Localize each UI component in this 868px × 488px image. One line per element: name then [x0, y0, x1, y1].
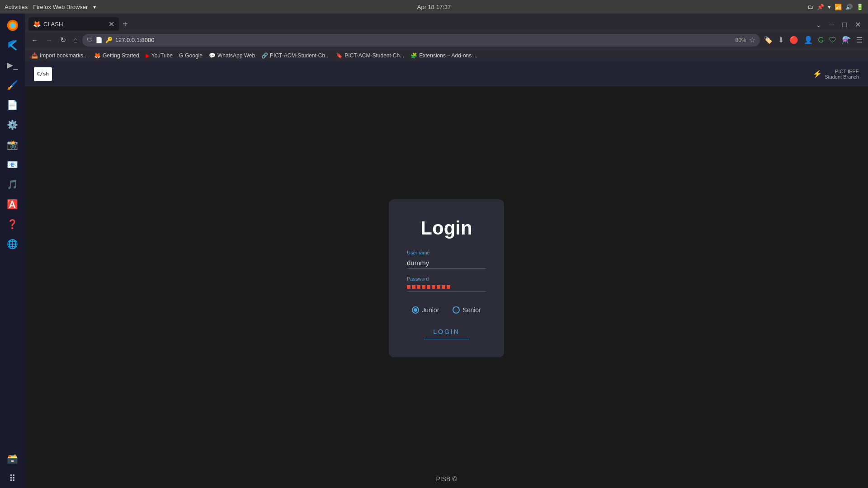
- home-button[interactable]: ⌂: [71, 34, 80, 46]
- google-icon: G: [179, 52, 183, 59]
- sidebar-item-settings[interactable]: ⚙️: [3, 115, 22, 134]
- tab-bar: 🦊 CLASH ✕ + ⌄ ─ □ ✕: [25, 14, 868, 31]
- bookmark-youtube[interactable]: ▶ YouTube: [143, 52, 175, 60]
- radio-senior-text: Senior: [462, 306, 481, 314]
- firefox-label[interactable]: Firefox Web Browser: [33, 4, 88, 10]
- window-close-button[interactable]: ✕: [851, 19, 864, 30]
- svg-point-2: [10, 23, 15, 28]
- activities-label[interactable]: Activities: [5, 4, 28, 10]
- bookmark-getting-started[interactable]: 🦊 Getting Started: [91, 52, 142, 60]
- tab-close-button[interactable]: ✕: [108, 20, 114, 28]
- sidebar-item-screenshot[interactable]: 📸: [3, 135, 22, 154]
- bookmark-whatsapp-label: WhatsApp Web: [217, 52, 255, 59]
- new-tab-button[interactable]: +: [120, 17, 131, 31]
- zoom-badge[interactable]: 80%: [736, 37, 746, 43]
- security-icon: 🛡: [87, 37, 93, 43]
- volume-icon[interactable]: 🔊: [845, 4, 853, 10]
- wifi-icon[interactable]: 📶: [835, 4, 842, 10]
- bookmark-pict-acm-2-label: PICT-ACM-Student-Ch...: [344, 52, 404, 59]
- forward-button[interactable]: →: [43, 34, 56, 46]
- dropdown-icon2[interactable]: ▾: [828, 4, 831, 10]
- pwd-dot-5: [427, 285, 430, 289]
- os-topbar-left: Activities Firefox Web Browser ▾: [5, 4, 96, 10]
- sidebar-item-files[interactable]: 🗃️: [3, 449, 22, 468]
- profile-button[interactable]: 👤: [802, 34, 815, 46]
- radio-senior[interactable]: [453, 306, 460, 314]
- files-icon[interactable]: 🗂: [807, 4, 813, 10]
- sidebar-item-notes[interactable]: 📄: [3, 95, 22, 114]
- sidebar-item-appstore[interactable]: 🅰️: [3, 195, 22, 214]
- menu-button[interactable]: ☰: [854, 34, 864, 46]
- sidebar-item-firefox[interactable]: [3, 16, 22, 35]
- tab-list-button[interactable]: ⌄: [814, 20, 824, 29]
- sidebar-item-apps[interactable]: ⠿: [3, 469, 22, 488]
- radio-senior-label[interactable]: Senior: [453, 306, 481, 314]
- address-bar[interactable]: 🛡 📄 🔑 127.0.0.1:8000 80% ☆: [82, 34, 760, 47]
- bookmark-whatsapp[interactable]: 💬 WhatsApp Web: [206, 52, 258, 60]
- sidebar-item-paint[interactable]: 🖌️: [3, 75, 22, 94]
- login-title: Login: [420, 217, 472, 239]
- download-button[interactable]: ⬇: [776, 34, 786, 46]
- login-card: Login Username Password: [389, 199, 504, 357]
- import-icon: 📥: [31, 52, 38, 59]
- extension-red-button[interactable]: 🔴: [788, 34, 800, 46]
- bookmark-import-label: Import bookmarks...: [40, 52, 88, 59]
- radio-junior[interactable]: [412, 306, 419, 314]
- sidebar-item-media[interactable]: 🎵: [3, 175, 22, 194]
- sidebar-item-help[interactable]: ❓: [3, 215, 22, 234]
- sidebar-item-terminal[interactable]: ▶_: [3, 56, 22, 75]
- password-field-wrapper: [407, 283, 486, 292]
- bookmark-extensions[interactable]: 🧩 Extensions – Add-ons ...: [408, 52, 480, 60]
- bookmark-pict-acm-1[interactable]: 🔗 PICT-ACM-Student-Ch...: [259, 52, 332, 60]
- window-controls: ─ □ ✕: [826, 19, 864, 30]
- bookmark-youtube-label: YouTube: [151, 52, 173, 59]
- os-topbar: Activities Firefox Web Browser ▾ Apr 18 …: [0, 0, 868, 14]
- radio-junior-text: Junior: [422, 306, 439, 314]
- reload-button[interactable]: ↻: [57, 34, 69, 46]
- pocket-button[interactable]: 🏷️: [762, 34, 774, 46]
- whatsapp-icon: 💬: [209, 52, 216, 59]
- address-text[interactable]: 127.0.0.1:8000: [115, 37, 733, 43]
- radio-junior-label[interactable]: Junior: [412, 306, 439, 314]
- sidebar-item-vscode[interactable]: [3, 36, 22, 55]
- reader-icon: 📄: [95, 37, 103, 43]
- bookmark-import[interactable]: 📥 Import bookmarks...: [28, 52, 90, 60]
- grammarly-button[interactable]: G: [816, 34, 826, 46]
- back-button[interactable]: ←: [28, 34, 41, 46]
- bookmark-google[interactable]: G Google: [176, 52, 205, 60]
- content-area: C/sh ⚡ PICT IEEEStudent Branch Login Use…: [25, 61, 868, 488]
- pict-ieee-logo: ⚡ PICT IEEEStudent Branch: [813, 69, 859, 80]
- bookmark-pict-acm-2[interactable]: 🔖 PICT-ACM-Student-Ch...: [333, 52, 407, 60]
- login-button[interactable]: LOGIN: [424, 324, 469, 339]
- username-label: Username: [407, 250, 486, 255]
- pin-icon[interactable]: 📌: [817, 4, 824, 10]
- sidebar-item-mail[interactable]: 📧: [3, 155, 22, 174]
- battery-icon[interactable]: 🔋: [856, 4, 863, 10]
- dropdown-icon[interactable]: ▾: [93, 4, 96, 10]
- firefox-bm-icon: 🦊: [94, 52, 101, 59]
- username-group: Username: [407, 250, 486, 269]
- tab-title: CLASH: [43, 21, 106, 28]
- sidebar: ▶_ 🖌️ 📄 ⚙️ 📸 📧 🎵 🅰️ ❓ 🌐 🗃️ ⠿: [0, 14, 25, 488]
- extra-icon[interactable]: ⚗️: [840, 34, 853, 46]
- bookmark-star-icon[interactable]: ☆: [749, 36, 755, 44]
- pict-ieee-icon: ⚡: [813, 70, 822, 78]
- browser-tab-clash[interactable]: 🦊 CLASH ✕: [28, 17, 119, 31]
- youtube-icon: ▶: [146, 52, 150, 59]
- os-topbar-right: 🗂 📌 ▾ 📶 🔊 🔋: [807, 4, 863, 10]
- bookmark-extensions-label: Extensions – Add-ons ...: [419, 52, 477, 59]
- bookmark-pict-acm-1-label: PICT-ACM-Student-Ch...: [270, 52, 330, 59]
- app-logo: C/sh: [34, 67, 52, 81]
- username-input[interactable]: [407, 257, 486, 269]
- password-dots: [407, 283, 486, 291]
- window-maximize-button[interactable]: □: [839, 20, 850, 30]
- tab-right-controls: ⌄ ─ □ ✕: [814, 19, 864, 31]
- shield-ext-button[interactable]: 🛡: [827, 34, 838, 46]
- sidebar-item-network[interactable]: 🌐: [3, 235, 22, 253]
- tab-favicon: 🦊: [33, 20, 41, 28]
- login-container: Login Username Password: [25, 86, 868, 470]
- window-minimize-button[interactable]: ─: [826, 20, 838, 30]
- password-group: Password: [407, 276, 486, 292]
- pict-acm-icon-1: 🔗: [261, 52, 268, 59]
- nav-right-icons: 🏷️ ⬇ 🔴 👤 G 🛡 ⚗️ ☰: [762, 34, 864, 46]
